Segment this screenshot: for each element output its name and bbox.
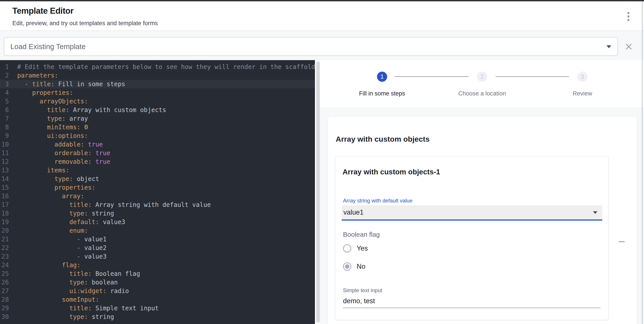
code-line[interactable]: 5 arrayObjects:	[0, 97, 315, 106]
code-line[interactable]: 19 default: value3	[0, 218, 315, 226]
line-number: 7	[0, 114, 9, 123]
kebab-dot	[628, 12, 630, 14]
line-number: 6	[0, 106, 9, 114]
code-line[interactable]: 22 - value2	[0, 243, 315, 252]
code-token: default:	[17, 218, 99, 226]
code-line[interactable]: 27 ui:widget: radio	[0, 287, 315, 295]
step-label-1[interactable]: Fill in some steps	[336, 90, 428, 97]
code-line[interactable]: 14 type: object	[0, 175, 315, 183]
page-title: Template Editor	[12, 6, 74, 16]
code-line[interactable]: 24 flag:	[0, 261, 315, 269]
code-line[interactable]: 30 type: string	[0, 312, 315, 321]
code-line[interactable]: 18 type: string	[0, 209, 315, 218]
code-token: title:	[17, 106, 69, 114]
code-token: orderable:	[17, 149, 92, 157]
line-number: 5	[0, 97, 9, 106]
line-number: 15	[0, 183, 9, 192]
code-line[interactable]: 8 minItems: 0	[0, 123, 315, 132]
radio-option-yes[interactable]: Yes	[343, 243, 368, 253]
code-token: boolean	[88, 279, 118, 286]
code-line[interactable]: 23 - value3	[0, 252, 315, 261]
code-token: value1	[84, 236, 106, 243]
code-line[interactable]: 12 removable: true	[0, 157, 315, 166]
line-number: 4	[0, 88, 9, 97]
radio-label-no: No	[357, 262, 366, 270]
code-token: true	[84, 141, 103, 148]
code-token: Simple text input	[92, 304, 158, 312]
code-token: properties:	[17, 89, 73, 96]
radio-option-no[interactable]: No	[343, 261, 366, 272]
code-line[interactable]: 2parameters:	[0, 71, 315, 80]
array-string-select[interactable]: value1	[342, 205, 602, 221]
code-token: value3	[84, 253, 106, 260]
code-line[interactable]: 25 title: Boolean flag	[0, 269, 315, 278]
clear-template-button[interactable]	[622, 41, 635, 53]
line-number: 9	[0, 132, 9, 140]
editor-scrollbar-track	[315, 60, 320, 324]
code-token: type:	[17, 115, 66, 122]
code-line[interactable]: 4 properties:	[0, 88, 315, 97]
line-number: 22	[0, 243, 9, 252]
code-token: 0	[80, 124, 88, 131]
code-line[interactable]: 11 orderable: true	[0, 149, 315, 157]
step-circle-2[interactable]: 2	[477, 72, 487, 82]
code-line[interactable]: 3 - title: Fill in some steps	[0, 80, 315, 88]
code-token: enum:	[17, 227, 88, 234]
code-line[interactable]: 26 type: boolean	[0, 278, 315, 287]
editor-scrollbar-thumb[interactable]	[316, 62, 320, 323]
page-subtitle: Edit, preview, and try out templates and…	[12, 20, 158, 27]
step-connector	[394, 76, 469, 77]
code-token: someInput:	[17, 296, 99, 303]
radio-icon-yes[interactable]	[343, 244, 351, 253]
code-token: arrayObjects:	[17, 98, 88, 105]
code-line[interactable]: 10 addable: true	[0, 140, 315, 149]
step-label-2[interactable]: Choose a location	[436, 90, 528, 97]
code-token: title:	[17, 270, 92, 277]
load-template-bar: Load Existing Template	[0, 31, 644, 60]
code-token: Fill in some steps	[54, 81, 125, 88]
code-token: title:	[32, 81, 54, 88]
code-token: value2	[84, 244, 106, 251]
code-line[interactable]: 28 someInput:	[0, 295, 315, 304]
step-circle-1[interactable]: 1	[377, 72, 387, 82]
code-line[interactable]: 13 items:	[0, 166, 315, 175]
code-line[interactable]: 1# Edit the template parameters below to…	[0, 63, 315, 71]
code-token: array	[66, 115, 88, 122]
input-underline	[343, 308, 600, 308]
code-line[interactable]: 6 title: Array with custom objects	[0, 106, 315, 114]
code-token: Array with custom objects	[69, 106, 166, 114]
code-line[interactable]: 17 title: Array string with default valu…	[0, 200, 315, 209]
code-token: value3	[99, 218, 125, 226]
step-label-3[interactable]: Review	[536, 90, 629, 97]
code-line[interactable]: 9 ui:options:	[0, 132, 315, 140]
kebab-dot	[628, 19, 630, 21]
simple-text-input[interactable]: demo, test	[343, 297, 375, 305]
form-card: Array with custom objects Array with cus…	[328, 117, 637, 324]
template-editor-page: Template Editor Edit, preview, and try o…	[0, 0, 644, 324]
code-line[interactable]: 16 array:	[0, 192, 315, 200]
load-existing-template-select[interactable]: Load Existing Template	[4, 37, 618, 56]
code-token: Array string with default value	[92, 201, 211, 208]
form-section-title: Array with custom objects	[336, 135, 430, 143]
remove-array-item-button[interactable]	[615, 235, 628, 248]
code-line[interactable]: 7 type: array	[0, 114, 315, 123]
more-options-button[interactable]	[622, 10, 634, 23]
step-circle-3[interactable]: 3	[577, 72, 588, 82]
line-number: 21	[0, 235, 9, 243]
line-number: 28	[0, 295, 9, 304]
chevron-down-icon	[593, 211, 598, 214]
radio-icon-no[interactable]	[343, 262, 351, 271]
yaml-code-editor[interactable]: 1# Edit the template parameters below to…	[0, 60, 315, 324]
code-line[interactable]: 29 title: Simple text input	[0, 304, 315, 312]
line-number: 1	[0, 63, 9, 71]
kebab-dot	[628, 16, 630, 18]
line-number: 29	[0, 304, 9, 312]
code-line[interactable]: 15 properties:	[0, 183, 315, 192]
code-line[interactable]: 20 enum:	[0, 226, 315, 235]
code-token: -	[17, 253, 84, 260]
code-line[interactable]: 21 - value1	[0, 235, 315, 243]
line-number: 23	[0, 252, 9, 261]
line-number: 18	[0, 209, 9, 218]
line-number: 16	[0, 192, 9, 200]
line-number: 13	[0, 166, 9, 175]
